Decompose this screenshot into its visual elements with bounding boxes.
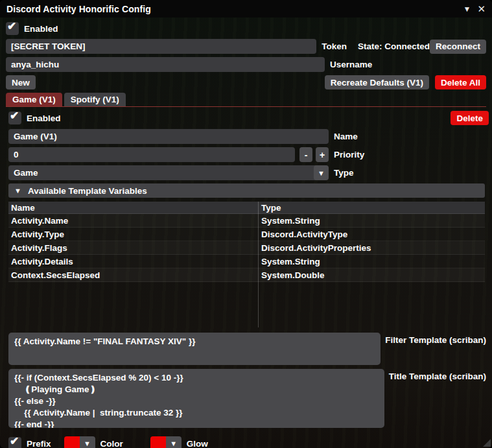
collapse-arrow-icon: ▼ bbox=[14, 187, 21, 195]
cell-variable-type: System.String bbox=[258, 257, 485, 266]
recreate-defaults-button[interactable]: Recreate Defaults (V1) bbox=[325, 75, 429, 89]
collapse-icon[interactable]: ▼ bbox=[463, 5, 471, 13]
cell-variable-type: Discord.ActivityType bbox=[258, 230, 485, 239]
table-header-row: Name Type bbox=[8, 202, 485, 214]
chevron-down-icon[interactable]: ▼ bbox=[166, 436, 182, 448]
window-title: Discord Activity Honorific Config bbox=[6, 4, 151, 14]
table-row: Activity.Details System.String bbox=[8, 255, 485, 268]
prefix-label: Prefix bbox=[27, 439, 51, 448]
global-enabled-checkbox[interactable]: ✔ bbox=[6, 22, 19, 35]
title-template-label: Title Template (scriban) bbox=[389, 371, 486, 381]
column-header-type: Type bbox=[258, 203, 485, 213]
cell-variable-name: Context.SecsElapsed bbox=[8, 270, 258, 280]
new-button[interactable]: New bbox=[6, 75, 36, 89]
chevron-down-icon[interactable]: ▼ bbox=[314, 165, 329, 180]
check-icon: ✔ bbox=[7, 19, 16, 33]
color-picker-swatch[interactable]: ▼ bbox=[64, 436, 95, 448]
cell-variable-name: Activity.Flags bbox=[8, 243, 258, 253]
token-label: Token bbox=[322, 41, 347, 51]
type-select[interactable]: Game ▼ bbox=[8, 165, 329, 180]
name-input[interactable] bbox=[8, 129, 329, 144]
token-input[interactable] bbox=[6, 39, 316, 54]
entry-enabled-label: Enabled bbox=[27, 113, 61, 123]
close-icon[interactable]: ✕ bbox=[477, 4, 486, 14]
filter-template-label: Filter Template (scriban) bbox=[385, 335, 486, 345]
column-header-name: Name bbox=[8, 203, 258, 213]
name-label: Name bbox=[334, 132, 358, 141]
table-row: Activity.Flags Discord.ActivityPropertie… bbox=[8, 241, 485, 255]
entry-enabled-checkbox[interactable]: ✔ bbox=[8, 112, 21, 124]
cell-variable-type: System.Double bbox=[258, 270, 485, 280]
tab-underline bbox=[6, 106, 486, 107]
title-template-textarea[interactable]: {{- if (Context.SecsElapsed % 20) < 10 -… bbox=[8, 369, 384, 428]
username-input[interactable] bbox=[6, 57, 325, 72]
table-row: Context.SecsElapsed System.Double bbox=[8, 268, 485, 282]
global-enabled-label: Enabled bbox=[24, 24, 58, 34]
priority-increment-button[interactable]: + bbox=[316, 147, 329, 162]
table-row: Activity.Type Discord.ActivityType bbox=[8, 228, 485, 241]
glow-picker-swatch[interactable]: ▼ bbox=[150, 436, 182, 448]
tab-bar: Game (V1) Spotify (V1) bbox=[6, 93, 486, 106]
template-variables-header[interactable]: ▼ Available Template Variables bbox=[8, 183, 485, 198]
filter-template-textarea[interactable]: {{ Activity.Name != "FINAL FANTASY XIV" … bbox=[8, 333, 381, 365]
cell-variable-name: Activity.Details bbox=[8, 257, 258, 266]
prefix-checkbox[interactable]: ✔ bbox=[8, 437, 21, 448]
table-row: Activity.Name System.String bbox=[8, 214, 485, 228]
priority-label: Priority bbox=[334, 150, 364, 159]
delete-all-button[interactable]: Delete All bbox=[435, 75, 486, 89]
plugin-config-window: Discord Activity Honorific Config ▼ ✕ ✔ … bbox=[0, 0, 492, 448]
color-swatch[interactable] bbox=[64, 436, 80, 448]
cell-variable-type: System.String bbox=[258, 216, 485, 226]
priority-decrement-button[interactable]: - bbox=[299, 147, 312, 162]
check-icon: ✔ bbox=[10, 109, 19, 123]
table-column-divider bbox=[258, 202, 259, 327]
delete-button[interactable]: Delete bbox=[451, 111, 489, 125]
template-variables-header-label: Available Template Variables bbox=[28, 186, 147, 196]
title-bar[interactable]: Discord Activity Honorific Config ▼ ✕ bbox=[0, 0, 492, 18]
cell-variable-name: Activity.Name bbox=[8, 216, 258, 226]
type-selected-value: Game bbox=[8, 168, 314, 178]
chevron-down-icon[interactable]: ▼ bbox=[80, 436, 95, 448]
glow-swatch[interactable] bbox=[150, 436, 166, 448]
tab-game-v1[interactable]: Game (V1) bbox=[6, 93, 62, 106]
resize-grip[interactable] bbox=[483, 439, 491, 447]
tab-content-game-v1: ✔ Enabled Delete Name - + Priority Game bbox=[6, 111, 486, 448]
glow-label: Glow bbox=[187, 439, 208, 448]
connection-state-label: State: Connected bbox=[358, 41, 430, 51]
priority-input[interactable] bbox=[8, 147, 295, 162]
window-content: ✔ Enabled Token State: Connected Reconne… bbox=[0, 18, 492, 448]
tab-spotify-v1[interactable]: Spotify (V1) bbox=[64, 93, 126, 106]
type-label: Type bbox=[334, 168, 354, 178]
cell-variable-name: Activity.Type bbox=[8, 230, 258, 239]
username-label: Username bbox=[330, 60, 372, 69]
template-variables-table: Name Type Activity.Name System.String Ac… bbox=[8, 202, 485, 327]
cell-variable-type: Discord.ActivityProperties bbox=[258, 243, 485, 253]
check-icon: ✔ bbox=[10, 434, 19, 448]
color-label: Color bbox=[100, 439, 123, 448]
reconnect-button[interactable]: Reconnect bbox=[430, 40, 486, 54]
